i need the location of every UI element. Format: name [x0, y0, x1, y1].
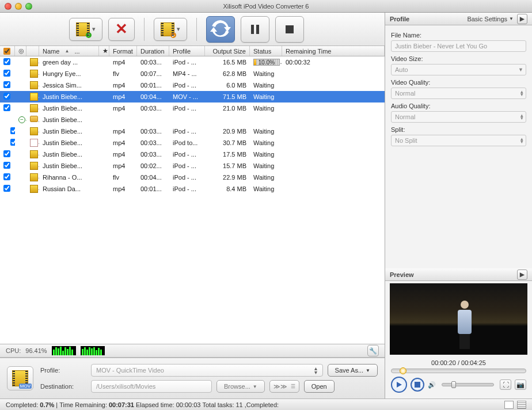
table-row[interactable]: Hungry Eye...flv00:07...MP4 - ...62.8 MB… — [0, 68, 385, 79]
panel-toggle-button[interactable]: ▶ — [517, 14, 527, 24]
table-row[interactable]: Jessica Sim...mp400:01...iPod - ...6.0 M… — [0, 79, 385, 91]
row-name: Justin Biebe... — [39, 162, 99, 169]
volume-slider[interactable] — [442, 383, 494, 386]
table-row[interactable]: Justin Biebe...mp400:04...MOV - ...71.5 … — [0, 91, 385, 102]
table-header: ◎ Name ▲ ... ★ Format Duration Profile O… — [0, 46, 385, 56]
stop-button[interactable] — [275, 16, 304, 43]
column-name[interactable]: Name ▲ ... — [39, 46, 99, 56]
collapse-icon[interactable]: − — [18, 116, 25, 123]
column-remaining[interactable]: Remaining Time — [282, 46, 385, 56]
row-name: Hungry Eye... — [39, 70, 99, 77]
delete-button[interactable]: ✕ — [108, 18, 135, 41]
save-as-button[interactable]: Save As... ▼ — [328, 364, 378, 377]
view-list-icon[interactable] — [504, 401, 514, 409]
skip-button[interactable]: ≫≫☰ — [269, 380, 299, 393]
row-checkbox[interactable] — [3, 173, 10, 180]
table-row[interactable]: Justin Biebe...mp400:03...iPod - ...21.0… — [0, 102, 385, 114]
profile-select[interactable]: MOV - QuickTime Video▴▾ — [91, 364, 323, 377]
table-row[interactable]: Justin Biebe...mp400:03...iPod to...30.7… — [0, 137, 385, 149]
video-quality-select[interactable]: Normal▴▾ — [391, 88, 526, 99]
settings-button[interactable]: 🔧 — [367, 345, 379, 356]
video-size-label: Video Size: — [391, 55, 526, 62]
column-profile[interactable]: Profile — [169, 46, 205, 56]
row-name: green day ... — [39, 59, 99, 66]
video-size-select[interactable]: Auto▼ — [391, 64, 526, 75]
column-format[interactable]: Format — [109, 46, 137, 56]
column-expander[interactable]: ◎ — [15, 46, 26, 56]
volume-icon: 🔊 — [428, 381, 436, 389]
row-checkbox[interactable] — [10, 127, 15, 134]
filename-label: File Name: — [391, 32, 526, 39]
row-name: Justin Biebe... — [39, 139, 99, 146]
row-checkbox[interactable] — [3, 162, 10, 169]
svg-rect-0 — [251, 25, 254, 34]
row-checkbox[interactable] — [3, 70, 10, 77]
row-name: Justin Biebe... — [39, 105, 99, 112]
preview-panel-header: Preview ▶ — [385, 268, 532, 281]
preview-seek-slider[interactable] — [391, 369, 526, 373]
convert-button[interactable] — [206, 16, 235, 43]
row-name: Russian Da... — [39, 185, 99, 192]
column-duration[interactable]: Duration — [137, 46, 169, 56]
status-bar: Completed: 0.7% | Time Remaining: 00:07:… — [0, 398, 532, 410]
toolbar: +▾ ✕ ▸▾ — [0, 13, 385, 46]
row-name: Jessica Sim... — [39, 82, 99, 89]
minimize-window-button[interactable] — [15, 3, 22, 10]
window-title: Xilisoft iPod Video Converter 6 — [223, 3, 309, 10]
row-checkbox[interactable] — [3, 150, 10, 157]
row-name: Justin Biebe... — [39, 116, 99, 123]
filename-field[interactable]: Justin Bieber - Never Let You Go — [391, 40, 526, 52]
svg-rect-3 — [415, 382, 420, 388]
play-button[interactable] — [391, 377, 407, 393]
column-star[interactable]: ★ — [99, 46, 109, 56]
add-file-button[interactable]: +▾ — [69, 18, 102, 41]
browse-button[interactable]: Browse... ▼ — [216, 380, 265, 393]
snapshot-button[interactable]: 📷 — [515, 379, 526, 390]
row-checkbox[interactable] — [3, 58, 10, 65]
table-row[interactable]: Justin Biebe...mp400:03...iPod - ...20.9… — [0, 126, 385, 137]
open-button[interactable]: Open — [304, 380, 335, 393]
close-window-button[interactable] — [5, 3, 12, 10]
table-row[interactable]: Russian Da...mp400:01...iPod - ...8.4 MB… — [0, 183, 385, 195]
row-checkbox[interactable] — [3, 104, 10, 111]
column-status[interactable]: Status — [250, 46, 282, 56]
split-label: Split: — [391, 126, 526, 133]
basic-settings-dropdown[interactable]: Basic Settings▼ — [467, 16, 514, 22]
row-name: Justin Biebe... — [39, 151, 99, 158]
svg-rect-1 — [256, 25, 259, 34]
titlebar: Xilisoft iPod Video Converter 6 — [0, 0, 532, 13]
row-checkbox[interactable] — [3, 185, 10, 192]
table-row[interactable]: −Justin Biebe... — [0, 114, 385, 126]
row-name: Justin Biebe... — [39, 93, 99, 100]
select-all-checkbox[interactable] — [3, 48, 10, 55]
destination-label: Destination: — [40, 383, 86, 390]
file-table[interactable]: green day ...mp400:03...iPod - ...16.5 M… — [0, 56, 385, 344]
sort-asc-icon: ▲ — [64, 48, 69, 54]
add-profile-button[interactable]: ▸▾ — [154, 18, 187, 41]
cpu-value: 96.41% — [25, 347, 47, 354]
column-output[interactable]: Output Size — [205, 46, 250, 56]
table-row[interactable]: Justin Biebe...mp400:02...iPod - ...15.7… — [0, 160, 385, 172]
preview-toggle-button[interactable]: ▶ — [517, 269, 527, 280]
destination-field[interactable]: /Users/xilisoft/Movies — [91, 380, 212, 393]
svg-rect-2 — [286, 25, 294, 33]
audio-quality-select[interactable]: Normal▴▾ — [391, 111, 526, 123]
zoom-window-button[interactable] — [25, 3, 32, 10]
row-checkbox[interactable] — [10, 139, 15, 146]
stop-preview-button[interactable] — [411, 378, 424, 392]
table-row[interactable]: green day ...mp400:03...iPod - ...16.5 M… — [0, 56, 385, 68]
pause-button[interactable] — [241, 16, 269, 43]
table-row[interactable]: Justin Biebe...mp400:03...iPod - ...17.5… — [0, 149, 385, 160]
row-checkbox[interactable] — [3, 93, 10, 100]
fullscreen-button[interactable]: ⛶ — [500, 379, 511, 390]
cpu-chart-icon — [52, 346, 76, 355]
table-row[interactable]: Rihanna - O...flv00:04...iPod - ...22.9 … — [0, 172, 385, 183]
cpu-bar: CPU:96.41% 🔧 — [0, 344, 385, 358]
row-checkbox[interactable] — [3, 81, 10, 88]
profile-panel-header: Profile Basic Settings▼ ▶ — [385, 13, 532, 25]
preview-video[interactable] — [390, 283, 527, 355]
view-detail-icon[interactable] — [517, 401, 526, 409]
profile-type-icon: MOV — [7, 366, 33, 390]
split-select[interactable]: No Split▴▾ — [391, 135, 526, 146]
profile-label: Profile: — [40, 367, 86, 374]
